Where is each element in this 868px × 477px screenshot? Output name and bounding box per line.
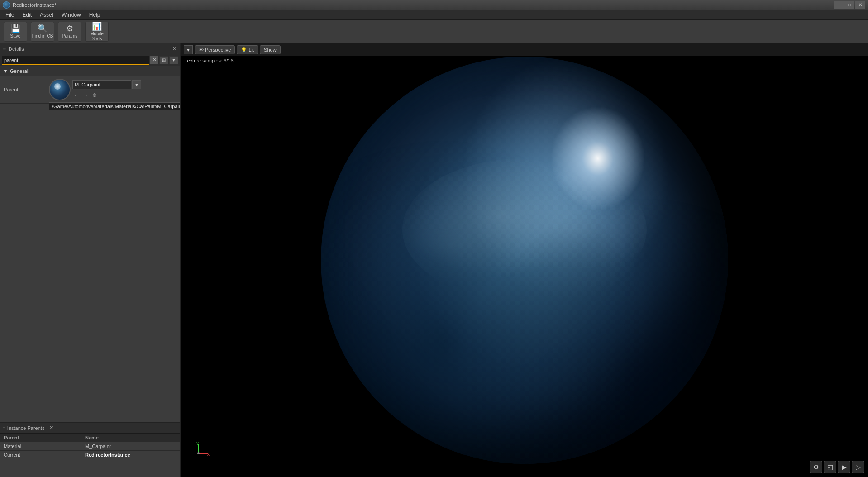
mobile-icon: 📊 [92,22,102,30]
instance-parents-table: Parent Name Material M_Carpaint Current … [0,434,180,477]
viewport-dropdown-button[interactable]: ▼ [184,45,193,54]
title-bar: RedirectorInstance* ─ □ ✕ [0,0,868,10]
search-clear-button[interactable]: ✕ [150,56,158,64]
main-layout: ≡ Details ✕ ✕ ⊞ ▼ ▼ General [0,43,868,477]
instance-parents-title: Instance Parents [7,425,45,431]
parent-label: Parent [4,87,49,92]
search-bar: ✕ ⊞ ▼ [0,54,180,66]
parent-row: Parent ▼ ← → ⊕ [0,76,180,104]
find-icon: 🔍 [38,24,48,33]
search-view-buttons: ⊞ ▼ [159,56,178,64]
params-button[interactable]: ⚙ Params [58,22,81,42]
ip-name-0: M_Carpaint [81,442,114,450]
params-icon: ⚙ [66,24,73,33]
axis-x-label: x [207,452,210,457]
view-table-button[interactable]: ⊞ [159,56,168,64]
mobile-stats-button[interactable]: 📊 Mobile Stats [85,22,109,42]
params-label: Params [62,33,77,38]
perspective-icon: 👁 [199,47,204,52]
details-header: ≡ Details ✕ [0,43,180,54]
save-label: Save [10,33,21,38]
axis-x [198,453,208,454]
ue-logo-icon [3,1,10,9]
general-section-label: General [10,68,29,74]
material-sphere [321,57,728,464]
instance-parents-header-row: Parent Name [0,434,180,442]
parent-input-row: ▼ [72,80,141,89]
title-bar-controls: ─ □ ✕ [834,1,865,9]
sphere-canvas [181,43,868,477]
viewport-next-button[interactable]: ▶ [838,461,850,473]
minimize-button[interactable]: ─ [834,1,844,9]
parent-input-group: ▼ ← → ⊕ [72,80,141,99]
mobile-stats-label: Mobile Stats [86,31,108,41]
save-button[interactable]: 💾 Save [4,22,27,42]
find-in-cb-label: Find in CB [32,33,53,38]
material-thumbnail [49,79,71,100]
path-tooltip: /Game/AutomotiveMaterials/Materials/CarP… [49,102,180,110]
lit-icon: 💡 [241,47,247,53]
menu-item-asset[interactable]: Asset [36,11,57,19]
perspective-button[interactable]: 👁 Perspective [195,45,235,54]
ip-parent-0: Material [0,442,81,450]
texture-samples: Texture samples: 6/16 [185,58,234,63]
navigate-back-button[interactable]: ← [72,91,81,99]
menu-item-edit[interactable]: Edit [19,11,35,19]
menu-bar: File Edit Asset Window Help [0,10,868,20]
table-row[interactable]: Material M_Carpaint [0,442,180,451]
axis-origin [197,452,200,454]
left-panel: ≡ Details ✕ ✕ ⊞ ▼ ▼ General [0,43,181,477]
details-panel: ≡ Details ✕ ✕ ⊞ ▼ ▼ General [0,43,180,423]
browse-button[interactable]: ⊕ [91,91,99,99]
details-close-button[interactable]: ✕ [171,46,177,52]
close-button[interactable]: ✕ [855,1,865,9]
title-bar-title: RedirectorInstance* [13,2,57,8]
details-content: ▼ General Parent ▼ ← [0,66,180,422]
instance-parents-panel: ≡ Instance Parents ✕ Parent Name Materia… [0,423,180,477]
parent-content: ▼ ← → ⊕ /Game/AutomotiveMaterials/Materi… [49,79,176,100]
parent-material-input[interactable] [72,80,131,89]
instance-parents-header: ≡ Instance Parents ✕ [0,423,180,434]
instance-parents-close-button[interactable]: ✕ [48,425,54,431]
toolbar: 💾 Save 🔍 Find in CB ⚙ Params 📊 Mobile St… [0,20,868,43]
show-button[interactable]: Show [260,45,281,54]
menu-item-help[interactable]: Help [86,11,104,19]
general-section-header[interactable]: ▼ General [0,66,180,76]
column-header-parent: Parent [0,434,81,442]
view-eye-button[interactable]: ▼ [169,56,178,64]
maximize-button[interactable]: □ [844,1,854,9]
details-title: Details [9,46,168,52]
ip-name-1: RedirectorInstance [81,451,134,459]
instance-parents-icon: ≡ [3,425,5,430]
search-input[interactable] [2,56,149,65]
column-header-name: Name [81,434,102,442]
lit-label: Lit [248,47,254,52]
show-label: Show [264,47,277,52]
axes-indicator: x y [195,441,213,459]
chevron-down-icon: ▼ [3,68,8,74]
viewport-settings-button[interactable]: ⚙ [810,461,822,473]
sphere-viewport[interactable]: x y ⚙ ◱ ▶ ▷ [181,43,868,477]
save-icon: 💾 [10,24,20,33]
menu-item-file[interactable]: File [2,11,18,19]
viewport-toolbar: ▼ 👁 Perspective 💡 Lit Show [181,43,868,56]
viewport-prev-button[interactable]: ▷ [852,461,864,473]
viewport-bottom-right-controls: ⚙ ◱ ▶ ▷ [810,461,864,473]
viewport-panel: ▼ 👁 Perspective 💡 Lit Show Texture sampl… [181,43,868,477]
lit-button[interactable]: 💡 Lit [237,45,258,54]
table-row[interactable]: Current RedirectorInstance [0,451,180,459]
viewport-expand-button[interactable]: ◱ [824,461,836,473]
parent-dropdown-button[interactable]: ▼ [132,80,141,89]
parent-actions: ← → ⊕ [72,91,141,99]
perspective-label: Perspective [205,47,231,52]
details-icon: ≡ [3,46,6,52]
axis-y-label: y [196,440,199,445]
ip-parent-1: Current [0,451,81,459]
find-in-cb-button[interactable]: 🔍 Find in CB [31,22,54,42]
menu-item-window[interactable]: Window [58,11,85,19]
title-bar-left: RedirectorInstance* [3,1,57,9]
navigate-forward-button[interactable]: → [81,91,90,99]
